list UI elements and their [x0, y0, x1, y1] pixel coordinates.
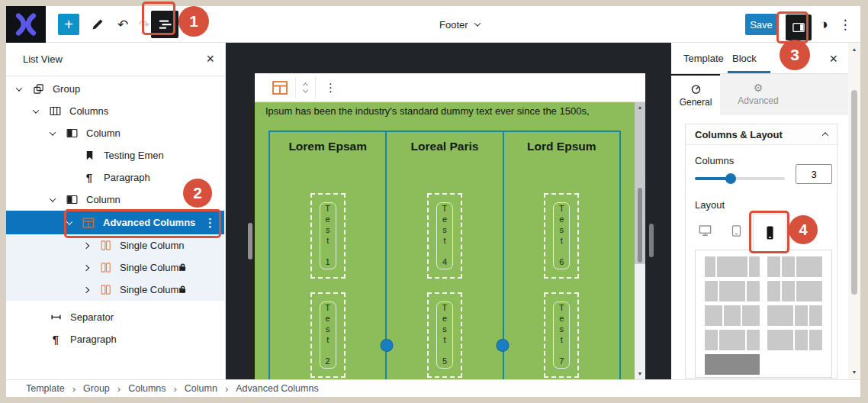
preview-resize-handle-right[interactable] — [649, 224, 654, 257]
save-button[interactable]: Save — [745, 14, 777, 35]
layout-option[interactable] — [767, 330, 822, 350]
tab-block[interactable]: Block — [732, 53, 757, 64]
column-drop-zone[interactable]: Test 1 — [310, 193, 346, 279]
edit-mode-button[interactable] — [87, 14, 108, 35]
column-drop-zone[interactable]: Test 4 — [427, 193, 462, 279]
undo-button[interactable]: ↶ — [113, 14, 133, 35]
scroll-up-icon[interactable]: ▲ — [635, 105, 645, 110]
layout-segment — [705, 354, 760, 375]
preview-column[interactable]: Loreal ParisTest 4Test 5 — [385, 132, 502, 379]
chevron-right-icon[interactable] — [83, 286, 89, 292]
block-mover[interactable] — [296, 77, 316, 98]
mobile-device-button[interactable] — [753, 214, 786, 250]
kebab-icon[interactable]: ⋮ — [204, 216, 216, 230]
layout-option[interactable] — [767, 281, 822, 301]
list-view-item-single-column[interactable]: Single Column — [6, 279, 224, 301]
list-view-item-advanced-columns[interactable]: Advanced Columns⋮ — [6, 211, 224, 234]
layout-option[interactable] — [705, 281, 760, 301]
breadcrumb-item[interactable]: Template — [26, 383, 65, 394]
list-view-item-single-column[interactable]: Single Column — [6, 256, 224, 279]
layout-option[interactable] — [767, 256, 822, 277]
preview-scrollbar[interactable]: ▲ ▼ — [635, 102, 645, 379]
options-menu-button[interactable]: ⋮ — [836, 14, 854, 35]
advanced-columns-block[interactable]: Lorem EpsamTest 1Test 2Loreal ParisTest … — [268, 131, 621, 379]
list-view-item-label: Separator — [70, 311, 114, 323]
scroll-up-icon[interactable]: ▲ — [848, 47, 860, 52]
column-resize-handle[interactable] — [381, 340, 392, 351]
column-drop-zone[interactable]: Test 7 — [544, 292, 579, 378]
list-view-item-testing-emen[interactable]: Testing Emen — [6, 144, 224, 166]
breadcrumb-separator: › — [225, 383, 228, 395]
preview-resize-handle-left[interactable] — [248, 223, 252, 260]
scroll-down-icon[interactable]: ▼ — [635, 371, 645, 376]
preview-column[interactable]: Lorem EpsamTest 1Test 2 — [270, 132, 385, 379]
style-contrast-button[interactable]: ◑ — [813, 14, 834, 35]
site-logo[interactable] — [6, 6, 46, 43]
section-header[interactable]: Columns & Layout — [686, 124, 837, 145]
breadcrumb-item[interactable]: Advanced Columns — [236, 383, 318, 394]
chevron-down-icon[interactable] — [50, 195, 56, 202]
chevron-down-icon[interactable] — [66, 218, 72, 224]
column-heading[interactable]: Loreal Paris — [411, 138, 479, 187]
add-block-button[interactable]: + — [58, 14, 79, 35]
document-switcher[interactable]: Footer — [439, 6, 480, 43]
layout-option[interactable] — [705, 256, 760, 277]
preview-column[interactable]: Lord EpsumTest 6Test 7 — [503, 132, 619, 379]
layout-segment — [742, 305, 760, 326]
list-view-item-column[interactable]: Column — [6, 122, 224, 144]
breadcrumb-item[interactable]: Column — [185, 383, 217, 394]
block-options-icon[interactable]: ⋮ — [325, 81, 336, 95]
footer-template-content: Ipsum has been the industry's standard d… — [255, 102, 645, 379]
columns-count-input[interactable] — [796, 164, 832, 184]
breadcrumb-item[interactable]: Group — [83, 383, 110, 394]
slider-thumb[interactable] — [725, 173, 736, 184]
close-icon[interactable]: × — [829, 51, 837, 67]
column-heading[interactable]: Lord Epsum — [527, 138, 596, 187]
scroll-down-icon[interactable]: ▼ — [848, 369, 860, 375]
intro-paragraph[interactable]: Ipsum has been the industry's standard d… — [265, 105, 590, 117]
tab-general[interactable]: General — [671, 74, 720, 114]
list-view-item-group[interactable]: Group — [6, 78, 224, 100]
column-drop-zone[interactable]: Test 6 — [544, 193, 579, 279]
scrollbar-thumb[interactable] — [851, 90, 857, 295]
layout-option[interactable] — [767, 305, 822, 326]
chevron-right-icon[interactable] — [83, 264, 89, 270]
chevron-down-icon[interactable] — [33, 107, 39, 113]
tablet-device-icon[interactable] — [731, 224, 742, 237]
list-view-item-single-column[interactable]: Single Column — [6, 234, 224, 256]
column-drop-zone[interactable]: Test 2 — [310, 292, 346, 378]
layout-label: Layout — [695, 199, 725, 211]
test-block: Test 6 — [553, 202, 570, 269]
advanced-columns-icon — [271, 79, 289, 97]
tab-advanced[interactable]: ⚙ Advanced — [720, 74, 796, 114]
list-view-item-paragraph[interactable]: ¶Paragraph — [6, 328, 224, 350]
callout-badge-4: 4 — [789, 215, 818, 244]
inspector-scrollbar[interactable]: ▲ ▼ — [848, 43, 860, 379]
close-icon[interactable]: × — [206, 51, 214, 67]
list-view-item-label: Column — [86, 194, 121, 205]
column-resize-handle[interactable] — [497, 340, 509, 351]
list-view-header: List View × — [6, 43, 225, 76]
scrollbar-thumb[interactable] — [638, 188, 642, 263]
breadcrumb-item[interactable]: Columns — [128, 383, 166, 394]
layout-option[interactable] — [705, 330, 760, 350]
list-view-button[interactable] — [151, 11, 178, 38]
list-view-item-label: Single Column — [120, 240, 185, 251]
breadcrumb: Template›Group›Columns›Column›Advanced C… — [6, 379, 860, 397]
layout-option-selected[interactable] — [705, 354, 760, 375]
columns-slider[interactable] — [695, 173, 785, 184]
layout-option[interactable] — [705, 305, 760, 326]
block-type-button[interactable] — [264, 77, 296, 98]
list-view-item-separator[interactable]: Separator — [6, 306, 224, 328]
chevron-right-icon[interactable] — [83, 242, 89, 248]
column-heading[interactable]: Lorem Epsam — [288, 138, 367, 187]
desktop-device-icon[interactable] — [698, 224, 712, 237]
tab-template[interactable]: Template — [683, 53, 724, 64]
settings-sidebar-button[interactable] — [786, 15, 812, 40]
column-drop-zone[interactable]: Test 5 — [427, 292, 462, 378]
chevron-down-icon[interactable] — [50, 129, 56, 135]
sidebar-panel-icon — [791, 20, 806, 35]
test-block: Test 4 — [436, 202, 453, 269]
chevron-down-icon[interactable] — [16, 85, 22, 91]
list-view-item-columns[interactable]: Columns — [6, 100, 224, 122]
